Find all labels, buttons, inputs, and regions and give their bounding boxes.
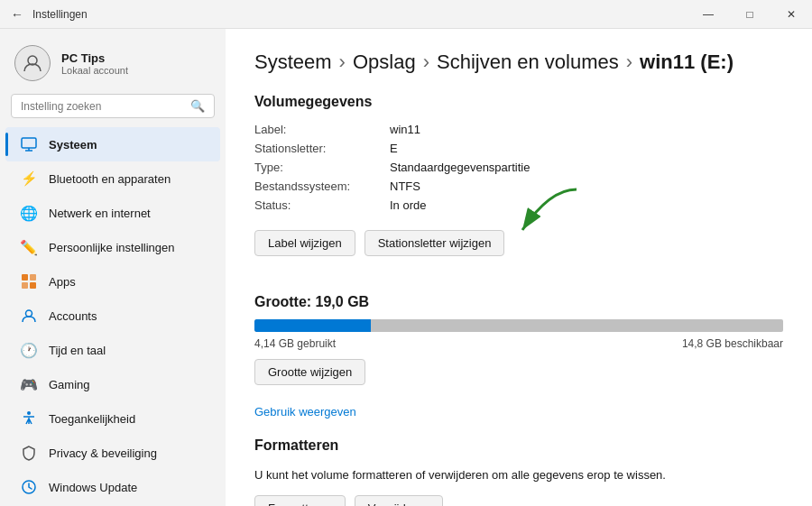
progress-labels: 4,14 GB gebruikt 14,8 GB beschikbaar: [254, 337, 783, 350]
sidebar-label-apps: Apps: [49, 275, 76, 289]
sidebar: PC Tips Lokaal account 🔍 Systeem ⚡ Blu: [0, 29, 226, 506]
size-button-row: Grootte wijzigen: [254, 359, 783, 385]
main-layout: PC Tips Lokaal account 🔍 Systeem ⚡ Blu: [0, 29, 812, 506]
accounts-icon: [20, 307, 38, 325]
sidebar-item-systeem[interactable]: Systeem: [5, 127, 220, 161]
label-key: Label:: [254, 123, 390, 136]
gaming-icon: 🎮: [20, 375, 38, 393]
format-description: U kunt het volume formatteren of verwijd…: [254, 466, 783, 484]
svg-rect-5: [30, 282, 36, 289]
sidebar-item-privacy[interactable]: Privacy & beveiliging: [5, 436, 220, 470]
volume-buttons-container: Label wijzigen Stationsletter wijzigen: [254, 230, 504, 274]
progress-bar-fill: [254, 319, 371, 332]
type-value: Standaardgegevenspartitie: [390, 161, 530, 174]
bluetooth-icon: ⚡: [20, 170, 38, 188]
sidebar-item-apps[interactable]: Apps: [5, 264, 220, 299]
minimize-button[interactable]: —: [687, 0, 729, 29]
stationsletter-value: E: [390, 142, 398, 155]
status-value: In orde: [390, 198, 426, 212]
back-icon[interactable]: ←: [11, 7, 23, 22]
stationsletter-wijzigen-button[interactable]: Stationsletter wijzigen: [364, 230, 505, 256]
sidebar-label-accounts: Accounts: [49, 309, 97, 323]
search-container: 🔍: [11, 94, 215, 118]
sidebar-label-tijd: Tijd en taal: [49, 344, 106, 357]
sidebar-item-tijd[interactable]: 🕐 Tijd en taal: [5, 333, 220, 367]
svg-point-7: [27, 411, 31, 415]
systeem-icon: [20, 135, 38, 153]
svg-point-6: [26, 310, 32, 317]
profile-subtitle: Lokaal account: [61, 65, 128, 76]
sidebar-profile: PC Tips Lokaal account: [0, 29, 226, 94]
breadcrumb-opslag[interactable]: Opslag: [353, 51, 416, 74]
breadcrumb-current: win11 (E:): [640, 51, 734, 74]
label-value: win11: [390, 123, 420, 136]
label-wijzigen-button[interactable]: Label wijzigen: [254, 230, 355, 256]
sidebar-item-toegankelijkheid[interactable]: Toegankelijkheid: [5, 401, 220, 436]
volume-info-table: Label: win11 Stationsletter: E Type: Sta…: [254, 123, 783, 212]
formatteren-button[interactable]: Formatteren: [254, 495, 346, 507]
info-row-label: Label: win11: [254, 123, 783, 136]
nav-list: Systeem ⚡ Bluetooth en apparaten 🌐 Netwe…: [0, 127, 226, 504]
format-section-title: Formatteren: [254, 437, 783, 454]
search-icon: 🔍: [190, 99, 205, 113]
type-key: Type:: [254, 161, 390, 174]
bestandssysteem-value: NTFS: [390, 179, 420, 193]
search-input[interactable]: [21, 100, 185, 113]
sidebar-label-bluetooth: Bluetooth en apparaten: [49, 172, 171, 186]
volume-section-title: Volumegegevens: [254, 94, 783, 110]
free-label: 14,8 GB beschikbaar: [682, 337, 783, 350]
sidebar-item-gaming[interactable]: 🎮 Gaming: [5, 367, 220, 401]
sidebar-label-privacy: Privacy & beveiliging: [49, 446, 157, 460]
verwijderen-button[interactable]: Verwijderen: [355, 495, 443, 507]
bestandssysteem-key: Bestandssysteem:: [254, 179, 390, 193]
gebruik-weergeven-link[interactable]: Gebruik weergeven: [254, 405, 356, 419]
svg-rect-1: [22, 138, 36, 148]
close-button[interactable]: ✕: [770, 0, 812, 29]
breadcrumb-sep-3: ›: [626, 51, 632, 74]
used-label: 4,14 GB gebruikt: [254, 337, 336, 350]
sidebar-label-persoonlijk: Persoonlijke instellingen: [49, 241, 174, 254]
sidebar-label-netwerk: Netwerk en internet: [49, 207, 151, 220]
breadcrumb-systeem[interactable]: Systeem: [254, 51, 332, 74]
sidebar-item-accounts[interactable]: Accounts: [5, 299, 220, 333]
profile-info: PC Tips Lokaal account: [61, 51, 128, 76]
avatar: [14, 45, 51, 81]
info-row-bestandssysteem: Bestandssysteem: NTFS: [254, 179, 783, 193]
content-area: Systeem › Opslag › Schijven en volumes ›…: [226, 29, 812, 506]
windows-update-icon: [20, 478, 38, 496]
sidebar-item-netwerk[interactable]: 🌐 Netwerk en internet: [5, 196, 220, 230]
format-section: Formatteren U kunt het volume formattere…: [254, 437, 783, 506]
breadcrumb-schijven[interactable]: Schijven en volumes: [437, 51, 619, 74]
maximize-button[interactable]: □: [729, 0, 770, 29]
breadcrumb-sep-1: ›: [339, 51, 346, 74]
info-row-type: Type: Standaardgegevenspartitie: [254, 161, 783, 174]
volume-button-row: Label wijzigen Stationsletter wijzigen: [254, 230, 504, 256]
sidebar-label-systeem: Systeem: [49, 138, 97, 152]
status-key: Status:: [254, 198, 390, 212]
titlebar: ← Instellingen — □ ✕: [0, 0, 812, 29]
svg-rect-4: [22, 282, 28, 289]
sidebar-item-windows-update[interactable]: Windows Update: [5, 470, 220, 504]
profile-name: PC Tips: [61, 51, 128, 65]
format-button-row: Formatteren Verwijderen: [254, 495, 783, 507]
progress-bar-container: [254, 319, 783, 332]
stationsletter-key: Stationsletter:: [254, 142, 390, 155]
sidebar-label-windows-update: Windows Update: [49, 481, 137, 494]
titlebar-controls: — □ ✕: [687, 0, 812, 29]
titlebar-title: Instellingen: [32, 8, 88, 21]
sidebar-label-gaming: Gaming: [49, 378, 90, 391]
size-section: Grootte: 19,0 GB 4,14 GB gebruikt 14,8 G…: [254, 294, 783, 419]
toegankelijkheid-icon: [20, 409, 38, 428]
size-title: Grootte: 19,0 GB: [254, 294, 783, 310]
apps-icon: [20, 272, 38, 290]
breadcrumb: Systeem › Opslag › Schijven en volumes ›…: [254, 51, 783, 74]
info-row-status: Status: In orde: [254, 198, 783, 212]
grootte-wijzigen-button[interactable]: Grootte wijzigen: [254, 359, 365, 385]
sidebar-item-bluetooth[interactable]: ⚡ Bluetooth en apparaten: [5, 161, 220, 196]
svg-rect-3: [30, 274, 36, 281]
persoonlijk-icon: ✏️: [20, 238, 38, 256]
info-row-stationsletter: Stationsletter: E: [254, 142, 783, 155]
titlebar-left: ← Instellingen: [11, 7, 88, 22]
sidebar-item-persoonlijk[interactable]: ✏️ Persoonlijke instellingen: [5, 230, 220, 264]
privacy-icon: [20, 444, 38, 462]
